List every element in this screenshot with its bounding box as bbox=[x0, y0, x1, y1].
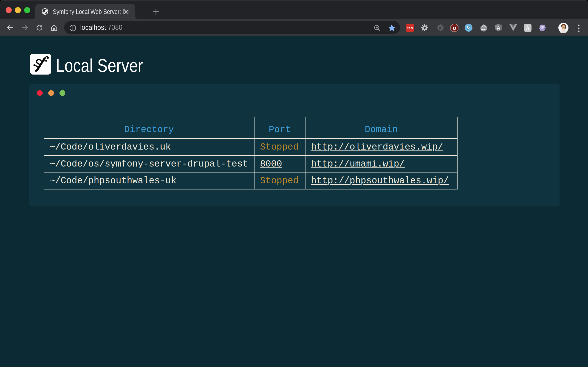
svg-text:h: h bbox=[526, 24, 529, 31]
svg-text:U: U bbox=[453, 25, 456, 31]
svg-text:A: A bbox=[497, 25, 501, 31]
